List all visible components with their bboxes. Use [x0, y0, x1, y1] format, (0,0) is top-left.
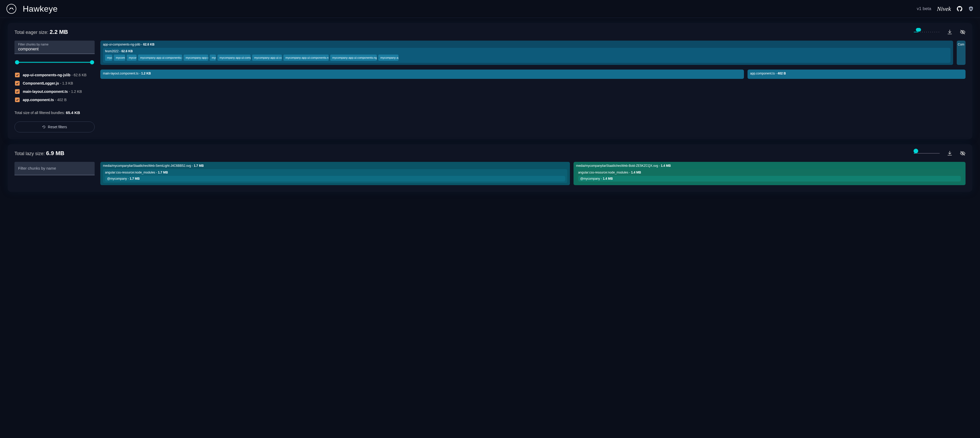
depth-slider[interactable]: [914, 151, 940, 156]
header-left: Hawkeye: [6, 4, 58, 14]
chunk-name: main-layout.component.ts: [23, 89, 68, 94]
treemap-block-lazy-right[interactable]: media/mycompanyliarStaatlichesWeb-Bold-Z…: [574, 162, 966, 185]
checkbox-checked[interactable]: [15, 89, 20, 94]
treemap-chip[interactable]: mycomp: [127, 54, 137, 61]
block-header: media/mycompanyliarStaatlichesWeb-SemiLi…: [103, 164, 567, 167]
github-link[interactable]: [957, 6, 963, 12]
treemap-block-sub[interactable]: angular:css-resource:node_modules - 1.4 …: [576, 169, 963, 183]
checkbox-checked[interactable]: [15, 81, 20, 86]
eager-section: Total eager size: 2.2 MB Filter chunks b…: [8, 23, 972, 139]
treemap-block-sub2[interactable]: @mycompany - 1.4 MB: [578, 176, 961, 182]
chunk-item[interactable]: main-layout.component.ts - 1.2 KB: [15, 89, 94, 94]
size-range-slider[interactable]: [16, 60, 94, 65]
chunk-name: ComponentLogger.js: [23, 81, 59, 85]
chip-row: mycom mycomp mycomp mycompany-app-ui-com…: [105, 54, 948, 61]
lazy-treemap[interactable]: media/mycompanyliarStaatlichesWeb-SemiLi…: [100, 162, 966, 185]
eye-off-icon: [960, 29, 966, 35]
chunk-name: app.component.ts: [23, 98, 54, 102]
lazy-header: Total lazy size: 6.9 MB: [14, 150, 966, 157]
check-icon: [16, 73, 19, 76]
chunk-item[interactable]: ComponentLogger.js - 1.3 KB: [15, 81, 94, 86]
check-icon: [16, 82, 19, 85]
treemap-block-main[interactable]: app-ui-components-ng-jslib - 62.6 KB fes…: [100, 41, 953, 65]
visibility-toggle[interactable]: [960, 150, 966, 156]
chunk-size: - 62.6 KB: [72, 73, 86, 77]
download-button[interactable]: [947, 150, 953, 156]
download-icon: [947, 150, 953, 156]
chunk-item[interactable]: app.component.ts - 402 B: [15, 97, 94, 102]
lazy-section: Total lazy size: 6.9 MB media/mycom: [8, 144, 972, 192]
reset-label: Reset filters: [48, 125, 67, 129]
block-header: angular:css-resource:node_modules - 1.4 …: [578, 170, 961, 174]
svg-rect-4: [971, 8, 971, 10]
undo-icon: [42, 125, 46, 129]
treemap-block-row2-left[interactable]: main-layout.component.ts - 1.2 KB: [100, 70, 744, 79]
eager-body: Filter chunks by name app-ui-components-…: [14, 41, 966, 132]
treemap-block-row2-right[interactable]: app.component.ts - 402 B: [748, 70, 966, 79]
version-label: v1 beta: [917, 6, 931, 11]
block-header: app-ui-components-ng-jslib - 62.6 KB: [103, 43, 951, 46]
svg-rect-5: [972, 8, 972, 10]
app-logo: [6, 4, 16, 14]
treemap-chip[interactable]: mycompany-app-ui-components-ng-jslib-s: [283, 54, 329, 61]
shield-badge[interactable]: [968, 6, 974, 12]
treemap-chip[interactable]: mycom: [105, 54, 112, 61]
block-header: media/mycompanyliarStaatlichesWeb-Bold-Z…: [576, 164, 963, 167]
filter-input-wrap[interactable]: [14, 162, 95, 175]
side-label: Com: [958, 43, 964, 46]
filtered-total: Total size of all filtered bundles: 65.4…: [14, 110, 95, 115]
treemap-chip[interactable]: mycompany-app-ui-components-ng-jslib-s: [330, 54, 377, 61]
lazy-body: media/mycompanyliarStaatlichesWeb-SemiLi…: [14, 162, 966, 185]
reset-filters-button[interactable]: Reset filters: [14, 121, 95, 132]
svg-point-1: [10, 8, 11, 9]
treemap-chip[interactable]: myc: [210, 54, 216, 61]
treemap-chip[interactable]: mycomp: [114, 54, 125, 61]
block-header: @mycompany - 1.7 MB: [107, 177, 563, 180]
treemap-chip[interactable]: mycompany-app-ui-components-ng-jslib: [138, 54, 182, 61]
lazy-total-size: 6.9 MB: [46, 150, 64, 156]
svg-point-0: [7, 4, 16, 13]
chunk-size: - 1.2 KB: [69, 89, 82, 94]
treemap-block-sub2[interactable]: @mycompany - 1.7 MB: [105, 176, 565, 182]
eye-off-icon: [960, 150, 966, 156]
filter-label: Filter chunks by name: [18, 43, 91, 46]
block-header: fesm2022 - 62.6 KB: [105, 49, 948, 53]
block-header: main-layout.component.ts - 1.2 KB: [103, 72, 741, 75]
filter-input-wrap[interactable]: Filter chunks by name: [14, 41, 95, 54]
svg-point-2: [12, 8, 13, 9]
treemap-block-side[interactable]: Com: [957, 41, 966, 65]
download-button[interactable]: [947, 29, 953, 35]
eager-title-prefix: Total eager size:: [14, 30, 49, 35]
filter-input[interactable]: [18, 46, 91, 52]
visibility-toggle[interactable]: [960, 29, 966, 35]
treemap-block-sub[interactable]: angular:css-resource:node_modules - 1.7 …: [103, 169, 567, 183]
filter-input[interactable]: [18, 166, 91, 171]
treemap-chip[interactable]: mycompany-app-ui-comp: [252, 54, 282, 61]
eager-sidebar: Filter chunks by name app-ui-components-…: [14, 41, 95, 132]
treemap-chip[interactable]: mycompany-app-ui-co: [184, 54, 208, 61]
author-label[interactable]: Nivek: [937, 5, 951, 13]
eager-header: Total eager size: 2.2 MB: [14, 29, 966, 35]
chunk-size: - 1.3 KB: [60, 81, 73, 85]
checkbox-checked[interactable]: [15, 73, 20, 77]
eager-controls: [914, 29, 966, 35]
chunk-name: app-ui-components-ng-jslib: [23, 73, 70, 77]
treemap-chip[interactable]: mycompany-app-ui-compone: [218, 54, 251, 61]
svg-rect-3: [970, 8, 970, 10]
treemap-block-lazy-left[interactable]: media/mycompanyliarStaatlichesWeb-SemiLi…: [100, 162, 570, 185]
lazy-title: Total lazy size: 6.9 MB: [14, 150, 64, 157]
depth-slider[interactable]: [914, 29, 940, 35]
eager-treemap[interactable]: app-ui-components-ng-jslib - 62.6 KB fes…: [100, 41, 966, 132]
check-icon: [16, 98, 19, 101]
chunk-list: app-ui-components-ng-jslib - 62.6 KB Com…: [14, 72, 95, 103]
eager-title: Total eager size: 2.2 MB: [14, 29, 68, 35]
treemap-block-sub[interactable]: fesm2022 - 62.6 KB mycom mycomp mycomp m…: [103, 48, 951, 63]
check-icon: [16, 90, 19, 93]
download-icon: [947, 29, 953, 35]
chunk-size: - 402 B: [55, 98, 67, 102]
checkbox-checked[interactable]: [15, 97, 20, 102]
lazy-sidebar: [14, 162, 95, 185]
github-icon: [957, 6, 963, 12]
chunk-item[interactable]: app-ui-components-ng-jslib - 62.6 KB: [15, 73, 94, 77]
treemap-chip[interactable]: mycompany-app: [378, 54, 398, 61]
